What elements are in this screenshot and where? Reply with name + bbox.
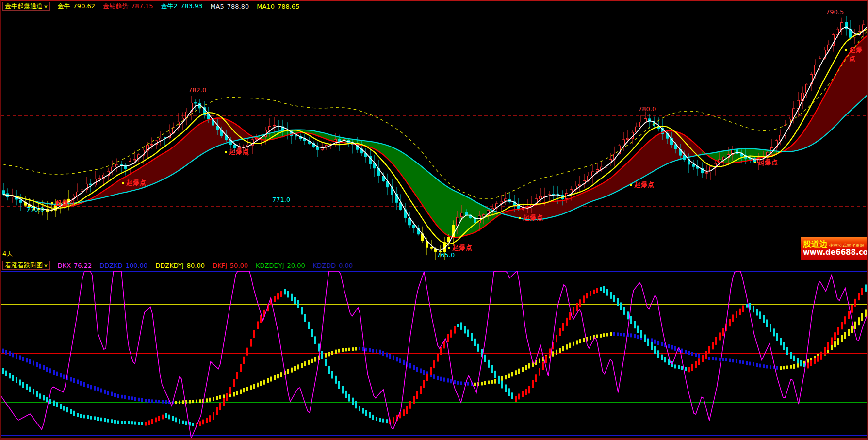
sub-indicator-selector[interactable]: 看涨看跌附图 ∨ — [2, 261, 50, 270]
signal-dot — [51, 202, 53, 204]
legend-ma10: MA10788.65 — [257, 3, 299, 10]
legend-ddzkdyj: DDZKDYJ80.00 — [155, 262, 205, 269]
chevron-down-icon: ∨ — [44, 4, 48, 9]
watermark-banner: 股道边 指标公式量化资源 www.de6688.com — [801, 237, 868, 260]
signal-dot — [845, 49, 847, 51]
signal-dot — [225, 151, 227, 153]
watermark-url: www.de6688.com — [803, 248, 868, 257]
signal-dot — [122, 182, 124, 184]
legend-dkx: DKX76.22 — [58, 262, 92, 269]
legend-jinniu2: 金牛2783.93 — [161, 2, 203, 11]
legend-ddzkd: DDZKD100.00 — [99, 262, 147, 269]
trading-app-window: 金牛起爆通道 ∨ 金牛790.62 金钻趋势787.15 金牛2783.93 M… — [0, 0, 868, 440]
legend-ma5: MA5788.80 — [210, 3, 249, 10]
main-price-chart[interactable] — [1, 1, 868, 261]
legend-kdzdd: KDZDD0.00 — [313, 262, 353, 269]
main-indicator-selector[interactable]: 金牛起爆通道 ∨ — [2, 2, 50, 11]
sub-indicator-header: 看涨看跌附图 ∨ DKX76.22 DDZKD100.00 DDZKDYJ80.… — [2, 261, 353, 270]
panel-divider — [1, 260, 867, 260]
sub-indicator-name: 看涨看跌附图 — [5, 261, 43, 270]
watermark-brand: 股道边 — [803, 240, 828, 248]
legend-dkfj: DKFJ50.00 — [213, 262, 248, 269]
signal-dot — [448, 247, 450, 249]
chevron-down-icon: ∨ — [44, 263, 48, 268]
legend-kdzddyj: KDZDDYJ20.00 — [256, 262, 305, 269]
watermark-tagline: 指标公式量化资源 — [829, 244, 864, 248]
main-indicator-name: 金牛起爆通道 — [5, 2, 43, 11]
signal-dot — [754, 162, 756, 163]
oscillator-chart[interactable] — [1, 271, 868, 439]
period-label: 4天 — [2, 249, 13, 258]
signal-dot — [519, 217, 521, 219]
legend-jinzuan-trend: 金钻趋势787.15 — [103, 2, 153, 11]
main-indicator-header: 金牛起爆通道 ∨ 金牛790.62 金钻趋势787.15 金牛2783.93 M… — [2, 2, 299, 11]
signal-dot — [630, 184, 632, 186]
legend-jinniu: 金牛790.62 — [58, 2, 96, 11]
